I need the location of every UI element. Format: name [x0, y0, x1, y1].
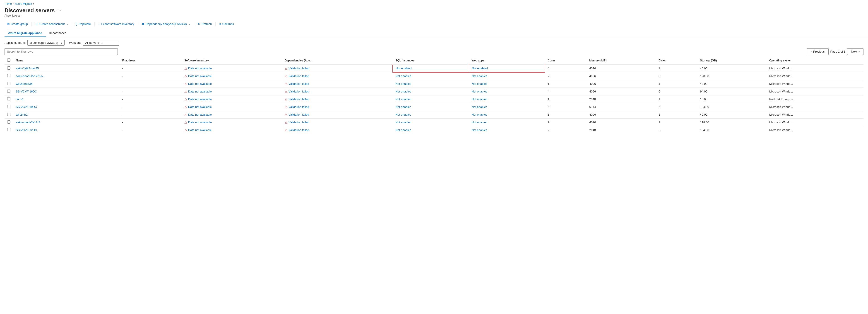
dep-status[interactable]: ⚠Validation failed	[285, 128, 390, 132]
row-checkbox[interactable]	[7, 128, 10, 131]
row-checkbox[interactable]	[7, 90, 10, 93]
row-checkbox[interactable]	[7, 74, 10, 77]
server-name-link[interactable]: saku-2k8r2-net35	[16, 67, 39, 70]
software-status[interactable]: ⚠Data not available	[184, 121, 279, 124]
header-cores[interactable]: Cores	[545, 57, 587, 64]
next-button[interactable]: Next >	[847, 48, 864, 55]
columns-button[interactable]: ≡ Columns	[216, 21, 237, 27]
server-name-link[interactable]: SS-VCVT-12DC	[16, 128, 37, 132]
header-name[interactable]: Name	[13, 57, 119, 64]
header-os[interactable]: Operating system	[767, 57, 864, 64]
dep-status[interactable]: ⚠Validation failed	[285, 113, 390, 117]
header-dependencies[interactable]: Dependencies (Age...	[282, 57, 393, 64]
server-name-link[interactable]: linux1	[16, 97, 24, 101]
row-checkbox[interactable]	[7, 82, 10, 85]
software-status[interactable]: ⚠Data not available	[184, 82, 279, 86]
export-software-button[interactable]: ↓ Export software inventory	[96, 21, 137, 27]
header-memory[interactable]: Memory (MB)	[587, 57, 656, 64]
webapps-status[interactable]: Not enabled	[472, 74, 488, 78]
header-sql[interactable]: SQL instances	[393, 57, 469, 64]
header-webapps[interactable]: Web apps	[469, 57, 545, 64]
previous-button[interactable]: < Previous	[807, 48, 829, 55]
dep-status[interactable]: ⚠Validation failed	[285, 74, 390, 78]
server-name-link[interactable]: SS-VCVT-19DC	[16, 105, 37, 109]
data-table: Name IP address Software inventory Depen…	[4, 57, 864, 134]
header-disks[interactable]: Disks	[656, 57, 697, 64]
dependency-analysis-button[interactable]: ✸ Dependency analysis (Preview) ⌄	[139, 21, 193, 27]
software-status[interactable]: ⚠Data not available	[184, 67, 279, 70]
webapps-status[interactable]: Not enabled	[472, 105, 488, 109]
webapps-status[interactable]: Not enabled	[472, 113, 488, 116]
cell-software: ⚠Data not available	[182, 126, 282, 134]
sql-status[interactable]: Not enabled	[396, 67, 411, 70]
search-input[interactable]	[4, 48, 118, 55]
webapps-status[interactable]: Not enabled	[472, 97, 488, 101]
select-all-checkbox[interactable]	[7, 58, 10, 62]
webapps-status[interactable]: Not enabled	[472, 121, 488, 124]
row-checkbox[interactable]	[7, 66, 10, 69]
header-software[interactable]: Software inventory	[182, 57, 282, 64]
cell-memory: 4096	[587, 119, 656, 126]
cell-storage: 118.00	[697, 119, 767, 126]
cell-os: Microsoft Windo...	[767, 119, 864, 126]
sql-status[interactable]: Not enabled	[395, 105, 411, 109]
sql-status[interactable]: Not enabled	[395, 128, 411, 132]
webapps-status[interactable]: Not enabled	[472, 67, 488, 70]
sql-status[interactable]: Not enabled	[395, 113, 411, 116]
dep-error-icon: ⚠	[285, 90, 288, 93]
software-status[interactable]: ⚠Data not available	[184, 74, 279, 78]
replicate-button[interactable]: ▯ Replicate	[73, 21, 94, 27]
software-status[interactable]: ⚠Data not available	[184, 97, 279, 101]
refresh-button[interactable]: ↻ Refresh	[195, 21, 215, 27]
table-header-row: Name IP address Software inventory Depen…	[4, 57, 864, 64]
dep-status[interactable]: ⚠Validation failed	[285, 67, 390, 70]
software-status[interactable]: ⚠Data not available	[184, 90, 279, 93]
webapps-status[interactable]: Not enabled	[472, 128, 488, 132]
sql-status[interactable]: Not enabled	[395, 97, 411, 101]
create-assessment-button[interactable]: ☰ Create assessment ⌄	[33, 21, 71, 27]
cell-ip: -	[119, 88, 182, 95]
webapps-status[interactable]: Not enabled	[472, 90, 488, 93]
tab-import-based[interactable]: Import based	[46, 29, 70, 37]
header-ip[interactable]: IP address	[119, 57, 182, 64]
software-status[interactable]: ⚠Data not available	[184, 128, 279, 132]
cell-memory: 2048	[587, 95, 656, 103]
software-status[interactable]: ⚠Data not available	[184, 105, 279, 109]
server-name-link[interactable]: SS-VCVT-16DC	[16, 90, 37, 93]
header-storage[interactable]: Storage (GB)	[697, 57, 767, 64]
row-checkbox-cell	[4, 88, 13, 95]
dep-status[interactable]: ⚠Validation failed	[285, 97, 390, 101]
sql-status[interactable]: Not enabled	[395, 82, 411, 85]
dep-status[interactable]: ⚠Validation failed	[285, 105, 390, 109]
sql-status[interactable]: Not enabled	[395, 74, 411, 78]
server-name-link[interactable]: saku-spool-2k12r2-o...	[16, 74, 45, 78]
server-name-link[interactable]: saku-spool-2k12r2	[16, 121, 40, 124]
cell-webapps: Not enabled	[469, 72, 545, 80]
sql-status[interactable]: Not enabled	[395, 90, 411, 93]
create-group-button[interactable]: ⧉ Create group	[4, 21, 31, 27]
row-checkbox[interactable]	[7, 113, 10, 116]
server-name-link[interactable]: win2k8r2	[16, 113, 28, 116]
breadcrumb-home[interactable]: Home	[4, 2, 12, 5]
sql-status[interactable]: Not enabled	[395, 121, 411, 124]
software-status[interactable]: ⚠Data not available	[184, 113, 279, 117]
more-options-button[interactable]: ···	[56, 8, 62, 13]
dep-status[interactable]: ⚠Validation failed	[285, 90, 390, 93]
breadcrumb-azure-migrate[interactable]: Azure Migrate	[15, 2, 32, 5]
row-checkbox-cell	[4, 80, 13, 88]
appliance-select[interactable]: airsonicapp (VMware) ⌄	[27, 40, 64, 46]
workload-select[interactable]: All servers ⌄	[83, 40, 119, 46]
cell-disks: 6	[656, 103, 697, 111]
page-subtitle: AirsonicApps	[4, 14, 864, 17]
row-checkbox[interactable]	[7, 120, 10, 123]
software-error-icon: ⚠	[184, 74, 187, 78]
cell-os: Microsoft Windo...	[767, 126, 864, 134]
webapps-status[interactable]: Not enabled	[472, 82, 488, 85]
dep-status[interactable]: ⚠Validation failed	[285, 82, 390, 86]
row-checkbox[interactable]	[7, 105, 10, 108]
cell-name: SS-VCVT-19DC	[13, 103, 119, 111]
tab-azure-migrate-appliance[interactable]: Azure Migrate appliance	[4, 29, 46, 37]
row-checkbox[interactable]	[7, 97, 10, 101]
server-name-link[interactable]: win2k8net35	[16, 82, 32, 85]
dep-status[interactable]: ⚠Validation failed	[285, 121, 390, 124]
